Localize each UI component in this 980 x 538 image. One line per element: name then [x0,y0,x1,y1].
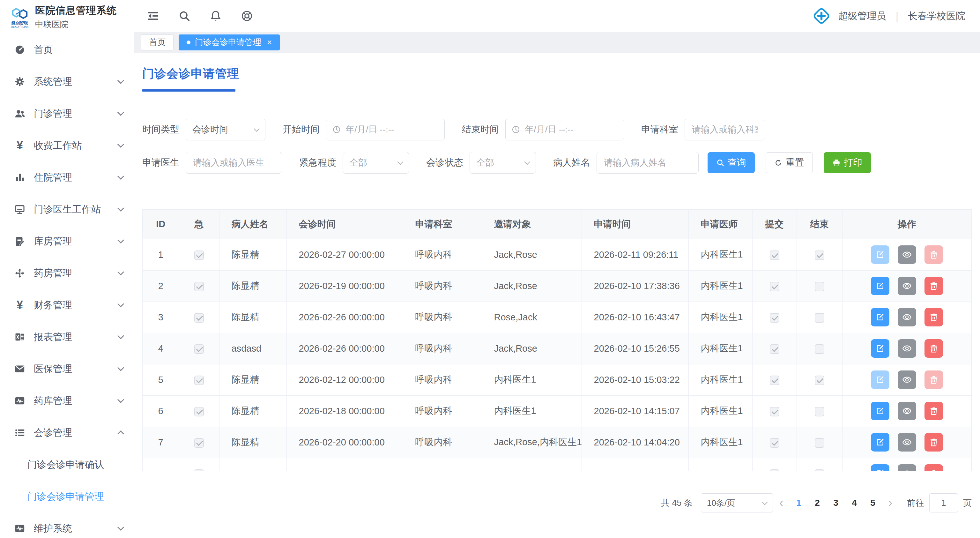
delete-button[interactable] [924,245,943,264]
sidebar-item-home[interactable]: 首页 [0,34,134,66]
tab-home[interactable]: 首页 [141,35,173,51]
edit-button[interactable] [871,277,889,295]
sidebar-item-charging-workstation[interactable]: ¥ 收费工作站 [0,130,134,161]
sidebar-item-maintenance-system[interactable]: 维护系统 [0,513,134,538]
edit-button[interactable] [871,339,889,358]
sidebar-item-outpatient-doctor-workstation[interactable]: 门诊医生工作站 [0,193,134,225]
page-number-5[interactable]: 5 [864,498,882,508]
delete-button[interactable] [924,308,943,326]
view-button[interactable] [898,339,916,358]
finished-checkbox[interactable] [815,407,824,416]
delete-button[interactable] [924,402,943,420]
urgent-checkbox[interactable] [194,376,204,385]
finished-checkbox[interactable] [815,282,824,291]
collapse-menu-icon[interactable] [147,10,159,22]
sidebar-item-pharmacy-management[interactable]: 药房管理 [0,257,134,289]
goto-page-input[interactable] [929,493,958,513]
edit-button[interactable] [871,371,889,389]
sidebar-item-warehouse-management[interactable]: 库房管理 [0,225,134,257]
end-time-input[interactable]: 年/月/日 --:-- [505,119,624,140]
urgent-checkbox[interactable] [194,438,204,448]
prev-page-icon[interactable]: ‹ [773,497,789,509]
urgent-checkbox[interactable] [194,407,204,416]
cell-patient: 陈显精 [219,270,286,302]
finished-checkbox[interactable] [815,313,824,323]
apply-dept-input[interactable] [685,119,765,140]
page-size-select[interactable]: 10条/页 [701,493,773,513]
col-header-submitted: 提交 [752,210,797,239]
current-hospital[interactable]: 长春学校医院 [908,10,965,23]
submitted-checkbox[interactable] [770,438,780,448]
delete-button[interactable] [924,464,943,471]
patient-name-input[interactable] [597,152,698,173]
urgent-checkbox[interactable] [194,344,204,354]
sidebar-item-insurance-management[interactable]: 医保管理 [0,353,134,385]
submitted-checkbox[interactable] [770,407,780,416]
status-select[interactable]: 全部 [469,152,536,173]
sidebar-item-label: 财务管理 [34,299,118,312]
help-icon[interactable] [240,10,253,22]
sidebar-item-drug-storehouse-management[interactable]: 药库管理 [0,385,134,417]
edit-button[interactable] [871,433,889,452]
view-button[interactable] [898,308,916,326]
sidebar-item-outpatient-management[interactable]: 门诊管理 [0,98,134,130]
sidebar-item-system-management[interactable]: 系统管理 [0,66,134,98]
urgent-checkbox[interactable] [194,282,204,291]
search-icon[interactable] [178,10,191,22]
submitted-checkbox[interactable] [770,313,780,323]
finished-checkbox[interactable] [815,344,824,354]
finished-checkbox[interactable] [815,250,824,260]
urgent-checkbox[interactable] [194,250,204,260]
bell-icon[interactable] [209,10,222,22]
urgency-select[interactable]: 全部 [343,152,409,173]
delete-button[interactable] [924,371,943,389]
finished-checkbox[interactable] [815,438,824,448]
edit-button[interactable] [871,245,889,264]
page-number-1[interactable]: 1 [789,498,808,508]
tab-consultation-apply-management[interactable]: 门诊会诊申请管理 × [179,35,280,51]
submitted-checkbox[interactable] [770,344,780,354]
user-role[interactable]: 超级管理员 [838,10,886,23]
start-time-input[interactable]: 年/月/日 --:-- [326,119,445,140]
urgent-checkbox[interactable] [194,470,204,471]
sidebar-item-finance-management[interactable]: ¥ 财务管理 [0,289,134,321]
finished-checkbox[interactable] [815,376,824,385]
submitted-checkbox[interactable] [770,470,780,471]
next-page-icon[interactable]: › [882,497,899,509]
page-number-3[interactable]: 3 [827,498,845,508]
view-button[interactable] [898,464,916,471]
close-icon[interactable]: × [267,37,272,47]
search-button[interactable]: 查询 [708,152,755,173]
delete-button[interactable] [924,339,943,358]
view-button[interactable] [898,277,916,295]
cell-invitees: Jack,Rose [482,270,582,302]
view-button[interactable] [898,433,916,452]
edit-button[interactable] [871,308,889,326]
submitted-checkbox[interactable] [770,282,780,291]
submitted-checkbox[interactable] [770,376,780,385]
time-type-select[interactable]: 会诊时间 [186,119,266,140]
delete-button[interactable] [924,277,943,295]
sidebar-item-inpatient-management[interactable]: 住院管理 [0,161,134,193]
finished-checkbox[interactable] [815,470,824,471]
sidebar-item-report-management[interactable]: 报表管理 [0,321,134,353]
page-number-4[interactable]: 4 [845,498,864,508]
cell-patient: 陈显精 [219,364,286,395]
edit-button[interactable] [871,402,889,420]
reset-button[interactable]: 重置 [765,152,813,173]
page-number-2[interactable]: 2 [808,498,827,508]
urgent-checkbox[interactable] [194,313,204,323]
apply-doctor-input[interactable] [186,152,282,173]
eye-icon [902,406,912,416]
view-button[interactable] [898,245,916,264]
sidebar-item-consultation-management[interactable]: 会诊管理 [0,417,134,449]
bar-chart-icon [14,172,25,183]
sidebar-subitem-consultation-apply-management[interactable]: 门诊会诊申请管理 [0,481,134,513]
delete-button[interactable] [924,433,943,452]
sidebar-subitem-consultation-confirm[interactable]: 门诊会诊申请确认 [0,449,134,481]
print-button[interactable]: 打印 [824,152,871,173]
view-button[interactable] [898,402,916,420]
edit-button[interactable] [871,464,889,471]
view-button[interactable] [898,371,916,389]
submitted-checkbox[interactable] [770,250,780,260]
